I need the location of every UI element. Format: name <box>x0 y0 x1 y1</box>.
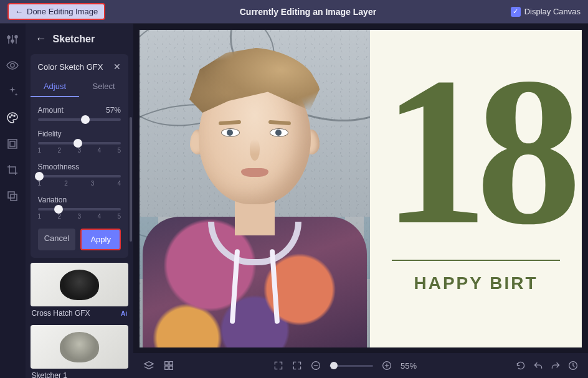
history-icon[interactable] <box>568 361 578 371</box>
slider-value: 57% <box>106 106 121 115</box>
effect-panel: Color Sketch GFX ✕ Adjust Select Amount … <box>31 54 128 258</box>
thumb-label: Cross Hatch GFX <box>32 309 90 318</box>
svg-rect-15 <box>169 362 173 365</box>
slider-thumb[interactable] <box>35 172 44 181</box>
panel-tabs: Adjust Select <box>31 77 128 97</box>
bottom-bar: 55% <box>133 353 588 378</box>
slider-variation: Variation 1 2 3 4 5 <box>38 196 121 220</box>
frame-icon[interactable] <box>6 137 19 151</box>
tab-adjust[interactable]: Adjust <box>31 77 80 97</box>
thumb-label: Sketcher 1 <box>32 371 67 378</box>
svg-point-4 <box>11 40 14 42</box>
slider-track[interactable] <box>38 208 121 210</box>
svg-rect-16 <box>165 366 168 369</box>
expand-icon[interactable] <box>292 361 302 371</box>
slider-thumb[interactable] <box>74 139 82 148</box>
svg-point-5 <box>15 35 17 38</box>
slider-track[interactable] <box>38 118 121 121</box>
slider-track[interactable] <box>38 142 121 144</box>
close-icon[interactable]: ✕ <box>113 62 121 72</box>
svg-rect-13 <box>11 194 17 201</box>
svg-rect-11 <box>10 141 15 146</box>
svg-point-3 <box>7 36 10 39</box>
tool-rail <box>0 24 26 378</box>
effect-thumb[interactable]: Cross Hatch GFX Ai <box>31 263 128 320</box>
svg-point-6 <box>11 64 14 67</box>
card-text: HAPPY BIRT <box>414 273 538 293</box>
sidebar-title: Sketcher <box>53 34 95 45</box>
header: ← Done Editing Image Currently Editing a… <box>0 0 588 24</box>
ai-badge: Ai <box>121 310 127 317</box>
canvas-viewport[interactable]: 18 HAPPY BIRT <box>133 24 588 353</box>
svg-point-8 <box>11 115 12 116</box>
overlap-icon[interactable] <box>6 189 19 203</box>
effect-thumb[interactable]: Sketcher 1 <box>31 325 128 378</box>
zoom-thumb[interactable] <box>330 362 338 369</box>
slider-label: Amount <box>38 106 64 115</box>
undo-icon[interactable] <box>533 361 543 371</box>
card-rule <box>392 260 560 261</box>
zoom-in-icon[interactable] <box>382 361 392 371</box>
adjust-icon[interactable] <box>6 32 19 46</box>
effect-thumbnails: Cross Hatch GFX Ai Sketcher 1 <box>26 263 133 378</box>
birthday-card: 18 HAPPY BIRT <box>370 30 582 347</box>
svg-rect-17 <box>169 366 173 369</box>
back-arrow-icon[interactable]: ← <box>36 32 47 45</box>
sparkle-icon[interactable] <box>6 85 19 98</box>
slider-thumb[interactable] <box>54 205 63 214</box>
slider-label: Variation <box>38 196 67 204</box>
done-editing-label: Done Editing Image <box>27 7 98 16</box>
slider-fidelity: Fidelity 1 2 3 4 5 <box>38 130 121 154</box>
svg-rect-14 <box>165 362 168 365</box>
slider-ticks: 1 2 3 4 5 <box>38 213 121 220</box>
panel-title: Color Sketch GFX <box>38 62 103 72</box>
grid-icon[interactable] <box>163 360 174 371</box>
slider-track[interactable] <box>38 175 121 177</box>
checkbox-icon: ✓ <box>511 7 521 17</box>
edited-image <box>140 30 370 347</box>
svg-rect-12 <box>8 192 14 198</box>
thumb-image <box>31 325 128 369</box>
tab-select[interactable]: Select <box>79 77 128 97</box>
back-arrow-icon: ← <box>15 7 23 16</box>
slider-amount: Amount 57% <box>38 106 121 121</box>
svg-point-9 <box>14 115 15 116</box>
zoom-out-icon[interactable] <box>311 361 321 371</box>
slider-ticks: 1 2 3 4 <box>38 180 121 187</box>
canvas-area: 18 HAPPY BIRT 55% <box>133 24 588 378</box>
done-editing-button[interactable]: ← Done Editing Image <box>7 3 105 20</box>
zoom-value: 55% <box>401 361 417 371</box>
card-number: 18 <box>382 61 569 241</box>
slider-smoothness: Smoothness 1 2 3 4 <box>38 163 121 187</box>
sidebar-header: ← Sketcher <box>26 24 133 54</box>
header-title: Currently Editing an Image Layer <box>105 7 510 17</box>
layers-icon[interactable] <box>143 360 154 371</box>
thumb-image <box>31 263 128 306</box>
reset-icon[interactable] <box>516 361 526 371</box>
slider-label: Smoothness <box>38 163 80 171</box>
palette-icon[interactable] <box>6 111 19 125</box>
scrollbar[interactable] <box>130 117 132 242</box>
svg-point-7 <box>9 116 11 118</box>
zoom-slider[interactable] <box>330 365 373 367</box>
cancel-button[interactable]: Cancel <box>38 229 76 250</box>
slider-label: Fidelity <box>38 130 62 138</box>
svg-rect-10 <box>8 139 17 148</box>
display-canvas-toggle[interactable]: ✓ Display Canvas <box>511 7 581 17</box>
crop-icon[interactable] <box>6 163 19 177</box>
fit-icon[interactable] <box>273 361 283 371</box>
canvas-content: 18 HAPPY BIRT <box>140 30 582 347</box>
redo-icon[interactable] <box>551 361 561 371</box>
display-canvas-label: Display Canvas <box>524 7 581 16</box>
slider-ticks: 1 2 3 4 5 <box>38 147 121 154</box>
sidebar: ← Sketcher Color Sketch GFX ✕ Adjust Sel… <box>26 24 133 378</box>
apply-button[interactable]: Apply <box>80 229 121 250</box>
slider-thumb[interactable] <box>81 115 90 124</box>
eye-icon[interactable] <box>6 59 19 72</box>
